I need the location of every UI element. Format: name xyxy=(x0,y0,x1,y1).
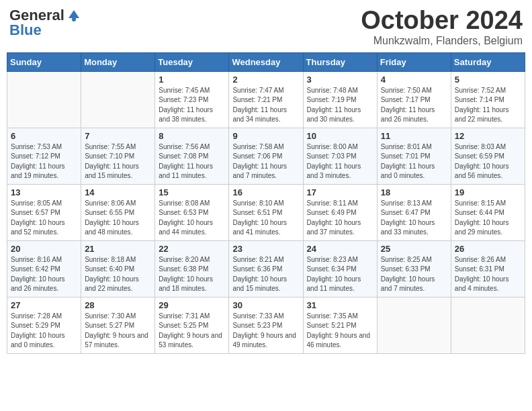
day-cell-18: 18Sunrise: 8:13 AMSunset: 6:47 PMDayligh… xyxy=(377,184,451,240)
col-header-sunday: Sunday xyxy=(7,52,81,71)
day-number: 2 xyxy=(232,75,299,85)
day-cell-14: 14Sunrise: 8:06 AMSunset: 6:55 PMDayligh… xyxy=(81,184,155,240)
day-number: 13 xyxy=(11,187,77,197)
day-info: Sunrise: 7:52 AMSunset: 7:14 PMDaylight:… xyxy=(455,86,521,125)
day-cell-15: 15Sunrise: 8:08 AMSunset: 6:53 PMDayligh… xyxy=(155,184,229,240)
day-number: 17 xyxy=(307,187,373,197)
day-number: 20 xyxy=(11,244,77,254)
day-number: 8 xyxy=(159,131,225,141)
day-info: Sunrise: 8:20 AMSunset: 6:38 PMDaylight:… xyxy=(159,255,225,294)
month-title: October 2024 xyxy=(361,7,523,35)
svg-marker-0 xyxy=(69,10,79,18)
day-info: Sunrise: 8:05 AMSunset: 6:57 PMDaylight:… xyxy=(11,199,77,238)
day-cell-16: 16Sunrise: 8:10 AMSunset: 6:51 PMDayligh… xyxy=(229,184,303,240)
day-info: Sunrise: 8:16 AMSunset: 6:42 PMDaylight:… xyxy=(11,255,77,294)
day-number: 10 xyxy=(307,131,373,141)
day-cell-30: 30Sunrise: 7:33 AMSunset: 5:23 PMDayligh… xyxy=(229,297,303,353)
day-info: Sunrise: 7:33 AMSunset: 5:23 PMDaylight:… xyxy=(232,312,299,351)
day-cell-27: 27Sunrise: 7:28 AMSunset: 5:29 PMDayligh… xyxy=(7,297,81,353)
week-row-1: 1Sunrise: 7:45 AMSunset: 7:23 PMDaylight… xyxy=(7,71,525,128)
day-info: Sunrise: 7:53 AMSunset: 7:12 PMDaylight:… xyxy=(11,142,77,181)
day-number: 5 xyxy=(455,75,521,85)
title-section: October 2024 Munkzwalm, Flanders, Belgiu… xyxy=(361,7,523,47)
day-info: Sunrise: 7:28 AMSunset: 5:29 PMDaylight:… xyxy=(11,312,77,351)
day-cell-26: 26Sunrise: 8:26 AMSunset: 6:31 PMDayligh… xyxy=(451,240,525,297)
day-number: 29 xyxy=(159,300,225,310)
day-cell-empty xyxy=(7,71,81,128)
day-info: Sunrise: 7:35 AMSunset: 5:21 PMDaylight:… xyxy=(307,312,373,351)
day-info: Sunrise: 8:03 AMSunset: 6:59 PMDaylight:… xyxy=(455,142,521,181)
day-number: 28 xyxy=(85,300,151,310)
day-number: 30 xyxy=(232,300,299,310)
calendar-table: SundayMondayTuesdayWednesdayThursdayFrid… xyxy=(7,52,525,354)
day-number: 22 xyxy=(159,244,225,254)
day-number: 12 xyxy=(455,131,521,141)
day-info: Sunrise: 7:45 AMSunset: 7:23 PMDaylight:… xyxy=(159,86,225,125)
logo: General Blue xyxy=(9,7,81,39)
week-row-5: 27Sunrise: 7:28 AMSunset: 5:29 PMDayligh… xyxy=(7,297,525,353)
day-cell-25: 25Sunrise: 8:25 AMSunset: 6:33 PMDayligh… xyxy=(377,240,451,297)
col-header-friday: Friday xyxy=(377,52,451,71)
day-number: 27 xyxy=(11,300,77,310)
day-cell-5: 5Sunrise: 7:52 AMSunset: 7:14 PMDaylight… xyxy=(451,71,525,128)
day-number: 18 xyxy=(381,187,447,197)
day-number: 3 xyxy=(307,75,373,85)
day-cell-24: 24Sunrise: 8:23 AMSunset: 6:34 PMDayligh… xyxy=(303,240,377,297)
day-cell-1: 1Sunrise: 7:45 AMSunset: 7:23 PMDaylight… xyxy=(155,71,229,128)
day-number: 24 xyxy=(307,244,373,254)
day-cell-empty xyxy=(451,297,525,353)
day-info: Sunrise: 7:48 AMSunset: 7:19 PMDaylight:… xyxy=(307,86,373,125)
day-number: 31 xyxy=(307,300,373,310)
day-info: Sunrise: 8:13 AMSunset: 6:47 PMDaylight:… xyxy=(381,199,447,238)
day-info: Sunrise: 7:31 AMSunset: 5:25 PMDaylight:… xyxy=(159,312,225,351)
day-cell-22: 22Sunrise: 8:20 AMSunset: 6:38 PMDayligh… xyxy=(155,240,229,297)
day-number: 16 xyxy=(232,187,299,197)
day-number: 15 xyxy=(159,187,225,197)
day-number: 1 xyxy=(159,75,225,85)
day-cell-9: 9Sunrise: 7:58 AMSunset: 7:06 PMDaylight… xyxy=(229,128,303,184)
col-header-monday: Monday xyxy=(81,52,155,71)
day-info: Sunrise: 7:30 AMSunset: 5:27 PMDaylight:… xyxy=(85,312,151,351)
day-info: Sunrise: 8:11 AMSunset: 6:49 PMDaylight:… xyxy=(307,199,373,238)
day-cell-31: 31Sunrise: 7:35 AMSunset: 5:21 PMDayligh… xyxy=(303,297,377,353)
logo-blue: Blue xyxy=(9,21,42,39)
day-info: Sunrise: 8:00 AMSunset: 7:03 PMDaylight:… xyxy=(307,142,373,181)
day-cell-empty xyxy=(81,71,155,128)
day-info: Sunrise: 8:08 AMSunset: 6:53 PMDaylight:… xyxy=(159,199,225,238)
day-number: 9 xyxy=(232,131,299,141)
day-info: Sunrise: 7:56 AMSunset: 7:08 PMDaylight:… xyxy=(159,142,225,181)
location: Munkzwalm, Flanders, Belgium xyxy=(361,35,523,47)
week-row-4: 20Sunrise: 8:16 AMSunset: 6:42 PMDayligh… xyxy=(7,240,525,297)
day-number: 14 xyxy=(85,187,151,197)
day-cell-3: 3Sunrise: 7:48 AMSunset: 7:19 PMDaylight… xyxy=(303,71,377,128)
day-info: Sunrise: 8:25 AMSunset: 6:33 PMDaylight:… xyxy=(381,255,447,294)
page-header: General Blue October 2024 Munkzwalm, Fla… xyxy=(7,7,525,47)
day-number: 23 xyxy=(232,244,299,254)
day-number: 4 xyxy=(381,75,447,85)
day-cell-empty xyxy=(377,297,451,353)
col-header-tuesday: Tuesday xyxy=(155,52,229,71)
day-number: 11 xyxy=(381,131,447,141)
day-info: Sunrise: 8:18 AMSunset: 6:40 PMDaylight:… xyxy=(85,255,151,294)
day-info: Sunrise: 7:55 AMSunset: 7:10 PMDaylight:… xyxy=(85,142,151,181)
col-header-saturday: Saturday xyxy=(451,52,525,71)
day-cell-17: 17Sunrise: 8:11 AMSunset: 6:49 PMDayligh… xyxy=(303,184,377,240)
day-info: Sunrise: 8:23 AMSunset: 6:34 PMDaylight:… xyxy=(307,255,373,294)
day-info: Sunrise: 8:21 AMSunset: 6:36 PMDaylight:… xyxy=(232,255,299,294)
day-cell-7: 7Sunrise: 7:55 AMSunset: 7:10 PMDaylight… xyxy=(81,128,155,184)
day-cell-8: 8Sunrise: 7:56 AMSunset: 7:08 PMDaylight… xyxy=(155,128,229,184)
day-info: Sunrise: 8:15 AMSunset: 6:44 PMDaylight:… xyxy=(455,199,521,238)
week-row-3: 13Sunrise: 8:05 AMSunset: 6:57 PMDayligh… xyxy=(7,184,525,240)
svg-point-1 xyxy=(72,17,76,21)
day-cell-19: 19Sunrise: 8:15 AMSunset: 6:44 PMDayligh… xyxy=(451,184,525,240)
day-cell-6: 6Sunrise: 7:53 AMSunset: 7:12 PMDaylight… xyxy=(7,128,81,184)
day-cell-10: 10Sunrise: 8:00 AMSunset: 7:03 PMDayligh… xyxy=(303,128,377,184)
col-header-thursday: Thursday xyxy=(303,52,377,71)
day-cell-23: 23Sunrise: 8:21 AMSunset: 6:36 PMDayligh… xyxy=(229,240,303,297)
day-info: Sunrise: 7:58 AMSunset: 7:06 PMDaylight:… xyxy=(232,142,299,181)
day-cell-2: 2Sunrise: 7:47 AMSunset: 7:21 PMDaylight… xyxy=(229,71,303,128)
day-number: 19 xyxy=(455,187,521,197)
day-cell-13: 13Sunrise: 8:05 AMSunset: 6:57 PMDayligh… xyxy=(7,184,81,240)
day-cell-20: 20Sunrise: 8:16 AMSunset: 6:42 PMDayligh… xyxy=(7,240,81,297)
day-number: 7 xyxy=(85,131,151,141)
